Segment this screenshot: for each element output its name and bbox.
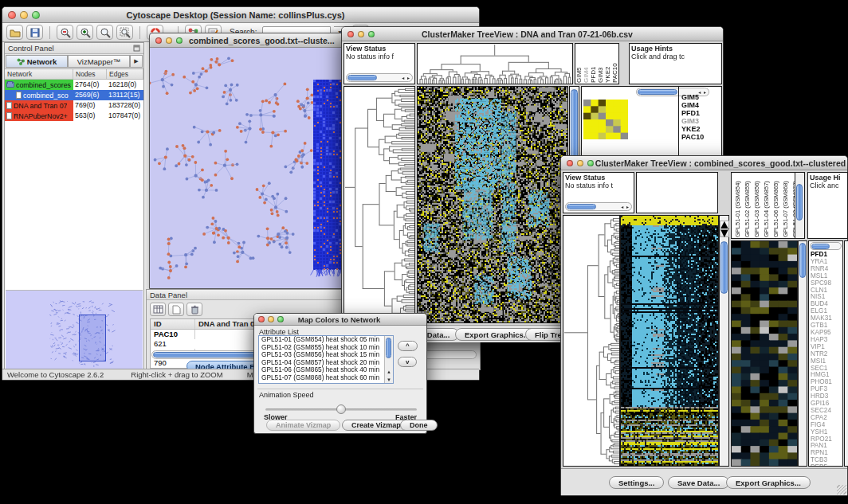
new-attribute-button[interactable] — [168, 303, 184, 316]
tab-network[interactable]: Network — [6, 55, 68, 68]
column-label[interactable]: GPL51-02 (GSM855) — [743, 174, 752, 237]
close-button[interactable] — [8, 11, 16, 19]
attribute-list[interactable]: GPL51-01 (GSM854) heat shock 05 minGPL51… — [258, 335, 394, 384]
delete-attribute-button[interactable] — [186, 303, 202, 316]
heatmap-panel[interactable] — [620, 215, 719, 467]
minimize-button[interactable] — [358, 31, 364, 37]
zoom-selected-button[interactable] — [116, 25, 133, 40]
tab-overflow-button[interactable]: ▶ — [130, 55, 143, 68]
gene-list-hscrollbar[interactable] — [810, 242, 842, 250]
scrollbar-thumb[interactable] — [720, 241, 728, 294]
animation-speed-slider[interactable] — [265, 408, 417, 411]
close-button[interactable] — [155, 37, 162, 44]
settings-button[interactable]: Settings... — [609, 476, 664, 489]
row-dendrogram-panel[interactable] — [344, 86, 415, 323]
cytoscape-titlebar[interactable]: Cytoscape Desktop (Session Name: collins… — [2, 7, 479, 23]
column-label[interactable]: GPL51-07 (GSM868) — [781, 174, 790, 237]
heatmap-canvas[interactable] — [621, 216, 718, 466]
gene-label[interactable]: PAC10 — [680, 133, 704, 141]
slider-thumb[interactable] — [336, 404, 346, 414]
row-dendrogram-canvas[interactable] — [344, 87, 414, 322]
zoom-button[interactable] — [32, 11, 40, 19]
view-status-scrollbar[interactable]: ◂ ▸ — [565, 202, 632, 211]
birdseye-canvas[interactable] — [6, 291, 141, 369]
animate-vizmap-button[interactable]: Animate Vizmap — [266, 420, 340, 431]
gene-label[interactable]: YKE2 — [680, 125, 704, 133]
column-label[interactable]: GPL51-04 (GSM857) — [762, 174, 771, 237]
scrollbar-thumb[interactable] — [347, 75, 377, 80]
column-dendrogram-panel[interactable] — [417, 43, 573, 84]
close-button[interactable] — [347, 31, 354, 37]
col-edges[interactable]: Edges — [107, 69, 143, 79]
row-dendrogram-canvas[interactable] — [563, 216, 619, 466]
row-dendrogram-panel[interactable] — [563, 215, 620, 467]
move-up-button[interactable]: ^ — [398, 341, 418, 351]
network-list-row[interactable]: RNAPuberNov2+563(0)107847(0) — [5, 111, 143, 121]
zoom-heatmap-panel[interactable] — [731, 240, 798, 467]
dialog-titlebar[interactable]: Map Colors to Network — [254, 314, 426, 326]
scrollbar-thumb[interactable] — [567, 204, 596, 209]
col-id[interactable]: ID — [151, 319, 195, 329]
column-label[interactable]: GIM3 — [598, 45, 604, 83]
treeview1-titlebar[interactable]: ClusterMaker TreeView : DNA and Tran 07-… — [342, 27, 723, 41]
column-dendrogram-panel[interactable] — [636, 172, 718, 213]
gene-label[interactable]: PFD1 — [680, 109, 704, 117]
attribute-list-scrollbar[interactable]: ▲ ▼ — [384, 336, 393, 383]
minimize-button[interactable] — [268, 316, 274, 322]
scrollbar-thumb[interactable] — [638, 89, 677, 95]
network-list-row[interactable]: combined_sco2569(6)13112(15) — [5, 90, 143, 100]
close-button[interactable] — [567, 160, 573, 166]
zoom-vscrollbar[interactable] — [798, 240, 807, 467]
network-list-row[interactable]: DNA and Tran 07769(0)183728(0) — [5, 100, 143, 111]
heatmap-panel[interactable] — [417, 86, 568, 323]
select-attributes-button[interactable] — [150, 303, 166, 316]
gene-list-vscrollbar[interactable] — [844, 240, 848, 467]
move-down-button[interactable]: v — [398, 357, 417, 367]
labels-vscrollbar[interactable] — [795, 173, 804, 239]
column-label[interactable]: GPL51-06 (GSM865) — [771, 174, 780, 237]
zoom-button[interactable] — [368, 31, 375, 37]
scrollbar-thumb[interactable] — [386, 338, 391, 358]
scrollbar-thumb[interactable] — [799, 243, 806, 278]
zoom-out-button[interactable] — [57, 25, 73, 40]
zoom-matrix-canvas[interactable] — [583, 100, 628, 139]
zoom-fit-button[interactable] — [96, 25, 113, 40]
save-data-button[interactable]: Save Data... — [668, 476, 729, 489]
gene-label[interactable]: GIM5 — [680, 93, 704, 101]
minimize-button[interactable] — [577, 160, 583, 166]
gene-label[interactable]: GIM3 — [680, 117, 704, 125]
gene-label[interactable]: PEP5 — [809, 464, 832, 467]
tab-vizmapper[interactable]: VizMapper™ — [68, 55, 130, 68]
scroll-down-icon[interactable]: ▼ — [385, 377, 393, 382]
save-button[interactable] — [26, 25, 43, 40]
close-button[interactable] — [258, 316, 265, 322]
birdseye-view[interactable] — [6, 290, 143, 369]
column-label[interactable]: GIM5 — [576, 45, 583, 83]
column-label[interactable]: PAC10 — [612, 45, 618, 83]
done-button[interactable]: Done — [400, 420, 438, 431]
column-label[interactable]: GPL51-01 (GSM854) — [733, 174, 742, 237]
gene-label[interactable]: GIM4 — [680, 101, 704, 109]
open-file-button[interactable] — [6, 25, 23, 40]
zoom-button[interactable] — [277, 316, 284, 322]
heatmap-vscrollbar[interactable]: ▲ ▼ — [719, 215, 729, 467]
heatmap-canvas[interactable] — [418, 87, 567, 322]
scrollbar-thumb[interactable] — [811, 244, 830, 249]
column-label[interactable]: PFD1 — [591, 45, 597, 83]
attribute-item[interactable]: GPL51-07 (GSM868) heat shock 60 min — [259, 374, 393, 382]
zoom-in-button[interactable] — [77, 25, 93, 40]
treeview2-titlebar[interactable]: ClusterMaker TreeView : combined_scores_… — [561, 156, 847, 170]
column-label[interactable]: GIM4 — [583, 45, 590, 83]
scroll-arrows-icon[interactable]: ◂ ▸ — [402, 75, 410, 80]
col-nodes[interactable]: Nodes — [73, 69, 107, 79]
zoom-button[interactable] — [176, 37, 183, 44]
scroll-arrows-icon[interactable]: ◂ ▸ — [621, 204, 630, 209]
col-network[interactable]: Network — [5, 69, 73, 79]
export-graphics-button[interactable]: Export Graphics... — [726, 476, 811, 489]
minimize-button[interactable] — [20, 11, 28, 19]
minimize-button[interactable] — [166, 37, 172, 44]
zoom-heatmap-canvas[interactable] — [732, 241, 797, 466]
resize-grip[interactable] — [837, 485, 846, 494]
scrollbar-thumb[interactable] — [796, 184, 803, 221]
scroll-up-icon[interactable]: ▲ — [385, 369, 393, 374]
